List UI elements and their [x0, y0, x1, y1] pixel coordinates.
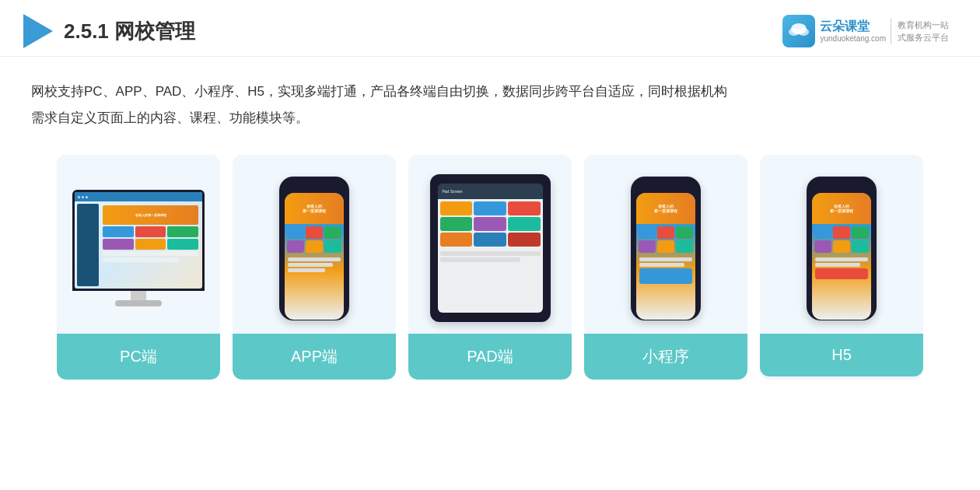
svg-point-1 [789, 28, 800, 36]
platform-cards: 创造人的第一堂课课程 [0, 139, 980, 395]
description-text: 网校支持PC、APP、PAD、小程序、H5，实现多端打通，产品各终端自由切换，数… [0, 57, 980, 139]
brand-logo: 云朵课堂 yunduoketang.com 教育机构一站 式服务云平台 [782, 15, 949, 47]
card-pc-label: PC端 [57, 334, 220, 380]
card-miniprogram: 创造人的第一堂课课程 [584, 155, 747, 380]
card-app-label: APP端 [233, 334, 396, 380]
app-mobile-icon: 创造人的第一堂课课程 [279, 177, 349, 320]
svg-point-2 [798, 28, 809, 36]
header-right: 云朵课堂 yunduoketang.com 教育机构一站 式服务云平台 [782, 15, 949, 47]
page-title: 2.5.1 网校管理 [64, 18, 195, 45]
card-miniprogram-label: 小程序 [584, 334, 747, 380]
h5-device-area: 创造人的第一堂课课程 [760, 155, 923, 334]
header: 2.5.1 网校管理 云朵课堂 yunduoketang.com 教育机构一站 [0, 0, 980, 57]
card-h5-label: H5 [760, 334, 923, 376]
pc-device-area: 创造人的第一堂课课程 [57, 155, 220, 334]
brand-domain: yunduoketang.com [820, 34, 886, 44]
brand-text: 云朵课堂 yunduoketang.com [820, 19, 886, 43]
card-app: 创造人的第一堂课课程 [233, 155, 396, 380]
h5-mobile-icon: 创造人的第一堂课课程 [807, 177, 877, 320]
miniprogram-mobile-icon: 创造人的第一堂课课程 [631, 177, 701, 320]
brand-name: 云朵课堂 [820, 19, 886, 33]
pad-tablet-icon: Pad Screen [430, 174, 551, 322]
header-left: 2.5.1 网校管理 [23, 14, 195, 48]
card-h5: 创造人的第一堂课课程 [760, 155, 923, 380]
card-pad: Pad Screen [408, 155, 572, 380]
app-device-area: 创造人的第一堂课课程 [233, 155, 396, 334]
card-pad-label: PAD端 [408, 334, 572, 380]
brand-slogan: 教育机构一站 式服务云平台 [891, 19, 949, 44]
miniprogram-device-area: 创造人的第一堂课课程 [584, 155, 747, 334]
card-pc: 创造人的第一堂课课程 [57, 155, 220, 380]
page: 2.5.1 网校管理 云朵课堂 yunduoketang.com 教育机构一站 [0, 0, 980, 490]
pc-monitor-icon: 创造人的第一堂课课程 [72, 190, 205, 291]
logo-triangle-icon [23, 14, 53, 48]
pad-device-area: Pad Screen [408, 155, 572, 334]
brand-icon [782, 15, 815, 47]
